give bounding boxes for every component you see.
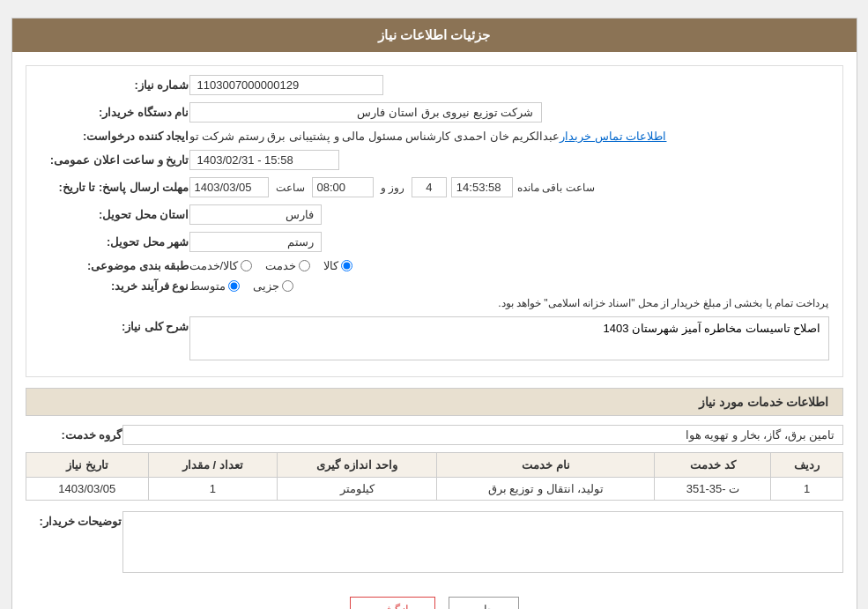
classification-kala-khidmat[interactable]: کالا/خدمت <box>189 259 253 272</box>
city-label: شهر محل تحویل: <box>48 235 189 249</box>
action-buttons: بازگشت چاپ <box>26 583 843 609</box>
deadline-days-label: روز و <box>381 182 404 194</box>
col-service-code: کد خدمت <box>655 453 771 478</box>
buyer-note-label: توضیحات خریدار: <box>34 511 122 528</box>
service-group-label: گروه خدمت: <box>34 428 122 442</box>
classification-kala-khidmat-label: کالا/خدمت <box>189 259 239 272</box>
page-wrapper: جزئیات اطلاعات نیاز شماره نیاز: 11030070… <box>11 18 857 609</box>
info-section: شماره نیاز: 1103007000000129 نام دستگاه … <box>26 65 843 377</box>
classification-options: کالا/خدمت خدمت کالا <box>189 259 353 272</box>
buyer-org-value: شرکت توزیع نیروی برق استان فارس <box>189 102 542 123</box>
description-label: شرح کلی نیاز: <box>48 316 189 333</box>
process-note: پرداخت تمام یا بخشی از مبلغ خریدار از مح… <box>189 297 829 309</box>
process-row: نوع فرآیند خرید: متوسط جزیی پرداخت تمام … <box>40 279 829 309</box>
announce-label: تاریخ و ساعت اعلان عمومی: <box>48 153 189 167</box>
deadline-date: 1403/03/05 <box>189 177 269 197</box>
province-value: فارس <box>189 204 322 225</box>
table-cell: کیلومتر <box>277 478 437 501</box>
process-motavaset[interactable]: متوسط <box>189 279 240 293</box>
services-table-body: 1ت -35-351تولید، انتقال و توزیع برقکیلوم… <box>26 478 842 501</box>
classification-khidmat[interactable]: خدمت <box>265 259 310 272</box>
classification-khidmat-label: خدمت <box>265 259 296 272</box>
need-number-row: شماره نیاز: 1103007000000129 <box>40 75 829 95</box>
table-cell: 1403/03/05 <box>26 478 149 501</box>
process-motavaset-label: متوسط <box>189 279 226 293</box>
process-jozii-label: جزیی <box>253 279 279 293</box>
page-header: جزئیات اطلاعات نیاز <box>12 19 857 52</box>
process-motavaset-radio[interactable] <box>228 280 240 292</box>
service-group-row: گروه خدمت: تامین برق، گاز، بخار و تهویه … <box>26 425 843 445</box>
description-textarea[interactable] <box>189 316 829 360</box>
classification-khidmat-radio[interactable] <box>299 260 310 271</box>
process-options: متوسط جزیی <box>189 279 829 293</box>
contact-link[interactable]: اطلاعات تماس خریدار <box>560 130 666 143</box>
deadline-row: مهلت ارسال پاسخ: تا تاریخ: 1403/03/05 سا… <box>40 177 829 197</box>
col-unit: واحد اندازه گیری <box>277 453 437 478</box>
buyer-org-row: نام دستگاه خریدار: شرکت توزیع نیروی برق … <box>40 102 829 123</box>
services-table-head: ردیف کد خدمت نام خدمت واحد اندازه گیری ت… <box>26 453 842 478</box>
description-row: شرح کلی نیاز: <box>40 316 829 360</box>
page-title: جزئیات اطلاعات نیاز <box>378 27 490 42</box>
classification-kala-khidmat-radio[interactable] <box>241 260 252 271</box>
back-button[interactable]: بازگشت <box>350 597 435 609</box>
buyer-org-label: نام دستگاه خریدار: <box>48 106 189 119</box>
deadline-time: 08:00 <box>312 177 374 197</box>
deadline-days: 4 <box>412 177 447 197</box>
buyer-note-textarea[interactable] <box>122 511 843 573</box>
creator-label: ایجاد کننده درخواست: <box>48 130 189 143</box>
deadline-fields: 1403/03/05 ساعت 08:00 روز و 4 14:53:58 س… <box>189 177 599 197</box>
deadline-label: مهلت ارسال پاسخ: تا تاریخ: <box>48 181 189 194</box>
services-table: ردیف کد خدمت نام خدمت واحد اندازه گیری ت… <box>26 452 843 501</box>
province-label: استان محل تحویل: <box>48 208 189 221</box>
classification-label: طبقه بندی موضوعی: <box>48 259 189 272</box>
table-cell: تولید، انتقال و توزیع برق <box>437 478 655 501</box>
process-content: متوسط جزیی پرداخت تمام یا بخشی از مبلغ خ… <box>189 279 829 309</box>
city-value: رستم <box>189 232 322 252</box>
content: شماره نیاز: 1103007000000129 نام دستگاه … <box>12 52 857 609</box>
deadline-remaining-label: ساعت باقی مانده <box>517 182 595 194</box>
print-button[interactable]: چاپ <box>449 597 519 609</box>
classification-kala-label: کالا <box>323 259 338 272</box>
process-jozii[interactable]: جزیی <box>253 279 293 293</box>
services-table-header-row: ردیف کد خدمت نام خدمت واحد اندازه گیری ت… <box>26 453 842 478</box>
classification-kala-radio[interactable] <box>341 260 352 271</box>
services-section: گروه خدمت: تامین برق، گاز، بخار و تهویه … <box>26 425 843 573</box>
classification-row: طبقه بندی موضوعی: کالا/خدمت خدمت کالا <box>40 259 829 272</box>
services-section-header: اطلاعات خدمات مورد نیاز <box>26 388 843 416</box>
deadline-remaining: 14:53:58 <box>451 177 513 197</box>
deadline-time-label: ساعت <box>276 182 305 194</box>
creator-row: ایجاد کننده درخواست: عبدالکریم خان احمدی… <box>40 130 829 143</box>
col-quantity: تعداد / مقدار <box>149 453 278 478</box>
announce-row: تاریخ و ساعت اعلان عمومی: 1403/02/31 - 1… <box>40 150 829 170</box>
process-label: نوع فرآیند خرید: <box>48 279 189 293</box>
table-cell: 1 <box>771 478 842 501</box>
classification-kala[interactable]: کالا <box>323 259 352 272</box>
city-row: شهر محل تحویل: رستم <box>40 232 829 252</box>
creator-value: عبدالکریم خان احمدی کارشناس مسئول مالی و… <box>189 130 560 143</box>
province-row: استان محل تحویل: فارس <box>40 204 829 225</box>
need-number-value: 1103007000000129 <box>189 75 383 95</box>
table-cell: 1 <box>149 478 278 501</box>
buyer-note-row: توضیحات خریدار: <box>26 511 843 573</box>
col-row-num: ردیف <box>771 453 842 478</box>
service-group-value: تامین برق، گاز، بخار و تهویه هوا <box>122 425 843 445</box>
table-row: 1ت -35-351تولید، انتقال و توزیع برقکیلوم… <box>26 478 842 501</box>
col-date: تاریخ نیاز <box>26 453 149 478</box>
process-jozii-radio[interactable] <box>282 280 293 292</box>
need-number-label: شماره نیاز: <box>48 78 189 92</box>
col-service-name: نام خدمت <box>437 453 655 478</box>
announce-value: 1403/02/31 - 15:58 <box>189 150 339 170</box>
table-cell: ت -35-351 <box>655 478 771 501</box>
